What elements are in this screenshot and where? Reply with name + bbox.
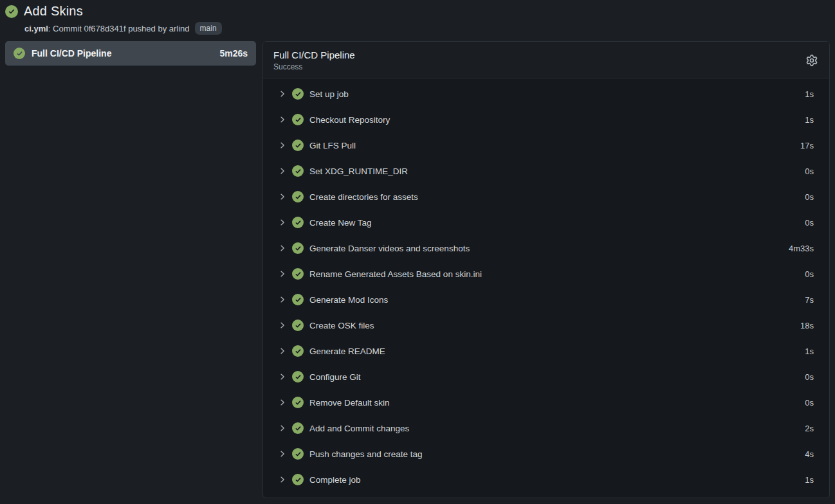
run-title: Add Skins [24, 4, 83, 19]
chevron-right-icon[interactable] [279, 193, 286, 201]
check-circle-icon [292, 294, 304, 305]
step-label: Remove Default skin [309, 398, 390, 408]
step-duration: 17s [800, 141, 814, 150]
check-circle-icon [292, 217, 304, 228]
step-duration: 0s [805, 398, 814, 408]
chevron-right-icon[interactable] [279, 450, 286, 458]
step-duration: 2s [805, 424, 814, 433]
commit-summary: ci.yml: Commit 0f678d341f pushed by arli… [24, 24, 190, 33]
job-panel-title: Full CI/CD Pipeline [273, 50, 819, 60]
step-row[interactable]: Complete job 1s [263, 467, 829, 492]
chevron-right-icon[interactable] [279, 270, 286, 278]
step-duration: 18s [800, 321, 814, 330]
check-circle-icon [292, 397, 304, 408]
step-row[interactable]: Generate README 1s [263, 338, 829, 364]
step-label: Generate Mod Icons [309, 295, 388, 305]
step-label: Push changes and create tag [309, 449, 423, 459]
step-row[interactable]: Git LFS Pull 17s [263, 132, 829, 158]
check-circle-icon [292, 165, 304, 177]
chevron-right-icon[interactable] [279, 167, 286, 175]
step-duration: 1s [805, 475, 814, 485]
step-row[interactable]: Generate Danser videos and screenshots 4… [263, 235, 829, 261]
job-status-text: Success [273, 62, 819, 71]
step-row[interactable]: Create OSK files 18s [263, 312, 829, 338]
check-circle-icon [292, 320, 304, 331]
check-circle-icon [292, 371, 304, 382]
job-name: Full CI/CD Pipeline [32, 48, 111, 59]
step-label: Checkout Repository [309, 115, 390, 125]
step-row[interactable]: Rename Generated Assets Based on skin.in… [263, 261, 829, 287]
chevron-right-icon[interactable] [279, 116, 286, 123]
step-row[interactable]: Generate Mod Icons 7s [263, 287, 829, 312]
step-label: Create OSK files [309, 321, 374, 330]
step-duration: 0s [805, 372, 814, 382]
chevron-right-icon[interactable] [279, 219, 286, 226]
step-duration: 1s [805, 89, 814, 99]
step-row[interactable]: Set XDG_RUNTIME_DIR 0s [263, 158, 829, 184]
check-circle-icon [292, 345, 304, 357]
step-label: Generate Danser videos and screenshots [309, 244, 470, 253]
chevron-right-icon[interactable] [279, 373, 286, 381]
chevron-right-icon[interactable] [279, 141, 286, 149]
chevron-right-icon[interactable] [279, 424, 286, 432]
step-label: Create directories for assets [309, 192, 418, 202]
steps-list: Set up job 1s Checkout Repository 1s G [263, 78, 829, 498]
step-label: Generate README [309, 346, 385, 356]
chevron-right-icon[interactable] [279, 476, 286, 483]
step-label: Rename Generated Assets Based on skin.in… [309, 269, 482, 279]
commit-text: : Commit 0f678d341f pushed by arlind [48, 24, 190, 33]
step-label: Complete job [309, 475, 361, 485]
chevron-right-icon[interactable] [279, 347, 286, 355]
chevron-right-icon[interactable] [279, 90, 286, 98]
step-row[interactable]: Set up job 1s [263, 81, 829, 107]
chevron-right-icon[interactable] [279, 244, 286, 252]
step-row[interactable]: Checkout Repository 1s [263, 107, 829, 132]
run-header: Add Skins ci.yml: Commit 0f678d341f push… [0, 0, 835, 35]
step-duration: 0s [805, 269, 814, 279]
step-duration: 7s [805, 295, 814, 305]
check-circle-icon [292, 242, 304, 254]
check-circle-icon [292, 140, 304, 151]
chevron-right-icon[interactable] [279, 321, 286, 329]
check-circle-icon [292, 422, 304, 434]
step-label: Set XDG_RUNTIME_DIR [309, 166, 408, 176]
step-duration: 4m33s [789, 244, 814, 253]
job-detail-panel: Full CI/CD Pipeline Success Set up job 1… [262, 41, 830, 498]
job-panel-header: Full CI/CD Pipeline Success [263, 42, 829, 78]
step-row[interactable]: Configure Git 0s [263, 364, 829, 390]
check-circle-icon [292, 448, 304, 460]
check-circle-icon [292, 191, 304, 203]
step-duration: 4s [805, 449, 814, 459]
check-circle-icon [5, 5, 18, 18]
chevron-right-icon[interactable] [279, 296, 286, 303]
step-row[interactable]: Push changes and create tag 4s [263, 441, 829, 467]
job-duration: 5m26s [219, 48, 248, 59]
sidebar-job-full-pipeline[interactable]: Full CI/CD Pipeline 5m26s [5, 41, 256, 66]
step-row[interactable]: Create directories for assets 0s [263, 184, 829, 210]
check-circle-icon [292, 474, 304, 485]
gear-icon[interactable] [803, 52, 820, 69]
step-duration: 0s [805, 192, 814, 202]
step-row[interactable]: Create New Tag 0s [263, 210, 829, 235]
step-duration: 0s [805, 218, 814, 228]
step-row[interactable]: Add and Commit changes 2s [263, 415, 829, 441]
content-area: Full CI/CD Pipeline 5m26s Full CI/CD Pip… [0, 35, 835, 498]
step-label: Create New Tag [309, 218, 372, 228]
check-circle-icon [292, 88, 304, 100]
check-circle-icon [292, 114, 304, 125]
check-circle-icon [14, 48, 25, 59]
run-subtitle: ci.yml: Commit 0f678d341f pushed by arli… [24, 22, 829, 35]
step-duration: 1s [805, 346, 814, 356]
step-duration: 0s [805, 166, 814, 176]
step-label: Configure Git [309, 372, 361, 382]
jobs-sidebar: Full CI/CD Pipeline 5m26s [5, 41, 256, 66]
check-circle-icon [292, 268, 304, 280]
step-label: Set up job [309, 89, 349, 99]
step-label: Git LFS Pull [309, 141, 356, 150]
step-label: Add and Commit changes [309, 424, 409, 433]
branch-badge[interactable]: main [195, 22, 222, 35]
workflow-file: ci.yml [24, 24, 48, 33]
step-row[interactable]: Remove Default skin 0s [263, 390, 829, 415]
step-duration: 1s [805, 115, 814, 125]
chevron-right-icon[interactable] [279, 399, 286, 406]
